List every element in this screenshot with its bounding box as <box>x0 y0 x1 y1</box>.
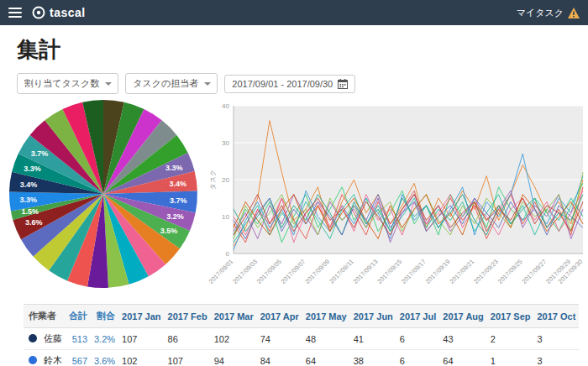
charts-row: 3.3%3.4%3.7%3.2%3.5%3.6%1.5%3.3%3.4%3.3%… <box>0 97 588 302</box>
ratio-link[interactable]: 3.6% <box>91 350 118 366</box>
my-tasks-link[interactable]: マイタスク <box>517 7 580 19</box>
month-value-cell: 41 <box>350 328 396 350</box>
total-link[interactable]: 513 <box>66 328 91 350</box>
month-col-header[interactable]: 2017 Mar <box>211 305 257 328</box>
month-value-cell: 43 <box>439 328 487 350</box>
month-value-cell: 38 <box>350 350 396 366</box>
month-col-header[interactable]: 2017 Oct <box>533 305 579 328</box>
month-value-cell: 6 <box>396 350 439 366</box>
x-tick-label: 2017/09/23 <box>472 258 500 285</box>
x-tick-label: 2017/09/03 <box>231 258 259 285</box>
month-value-cell: 64 <box>439 350 487 366</box>
x-tick-label: 2017/09/05 <box>255 258 283 285</box>
tascal-logo-icon <box>32 6 45 19</box>
month-value-cell: 3 <box>533 350 579 366</box>
date-range-value: 2017/09/01 - 2017/09/30 <box>232 79 333 89</box>
month-value-cell: 3 <box>533 328 579 350</box>
my-tasks-label: マイタスク <box>517 7 564 19</box>
month-value-cell: 102 <box>118 350 164 366</box>
brand[interactable]: tascal <box>32 6 86 19</box>
month-value-cell: 6 <box>396 328 439 350</box>
y-tick-label: 0 <box>226 250 230 258</box>
worker-cell: 佐藤 <box>24 328 66 350</box>
table-row: 佐藤5133.2%1078610274484164323 <box>24 328 579 350</box>
x-tick-label: 2017/09/09 <box>303 258 331 285</box>
month-value-cell: 74 <box>257 328 302 350</box>
month-value-cell: 84 <box>257 350 302 366</box>
page-title: 集計 <box>17 35 588 65</box>
x-tick-label: 2017/09/17 <box>400 258 428 285</box>
pie-slice-label: 3.6% <box>25 218 43 227</box>
brand-label: tascal <box>50 6 86 19</box>
table-row: 鈴木5673.6%1021079484643866413 <box>24 350 579 366</box>
y-tick-label: 40 <box>222 102 229 110</box>
ratio-link[interactable]: 3.2% <box>91 328 118 350</box>
x-tick-label: 2017/09/07 <box>280 258 307 285</box>
table-header-row: 作業者 合計 割合 2017 Jan2017 Feb2017 Mar2017 A… <box>24 305 579 328</box>
pie-slice-label: 3.7% <box>170 196 187 205</box>
worker-color-dot <box>29 356 37 364</box>
month-col-header[interactable]: 2017 Apr <box>257 305 302 328</box>
warning-icon <box>568 8 580 18</box>
worker-name: 鈴木 <box>44 355 62 365</box>
line-chart: 010203040タスク2017/09/012017/09/032017/09/… <box>207 97 588 302</box>
month-value-cell: 94 <box>211 350 257 366</box>
filter-bar: 割り当てタスク数 タスクの担当者 2017/09/01 - 2017/09/30 <box>17 73 588 94</box>
chevron-down-icon <box>204 82 211 86</box>
y-tick-label: 10 <box>222 213 229 221</box>
total-link[interactable]: 567 <box>66 350 91 366</box>
y-axis-title: タスク <box>209 170 217 191</box>
month-value-cell: 1 <box>487 350 534 366</box>
month-col-header[interactable]: 2017 Jan <box>118 305 164 328</box>
summary-table: 作業者 合計 割合 2017 Jan2017 Feb2017 Mar2017 A… <box>24 304 578 366</box>
navbar: tascal マイタスク <box>0 0 588 25</box>
pie-slice-label: 3.3% <box>19 196 37 204</box>
x-tick-label: 2017/09/25 <box>496 258 524 285</box>
month-col-header[interactable]: 2017 Aug <box>439 305 487 328</box>
x-tick-label: 2017/09/15 <box>375 258 403 285</box>
x-tick-label: 2017/09/27 <box>520 258 548 285</box>
worker-name: 佐藤 <box>44 333 62 343</box>
ratio-col-header[interactable]: 割合 <box>91 305 118 328</box>
pie-slice-label: 3.4% <box>169 180 186 188</box>
date-range-picker[interactable]: 2017/09/01 - 2017/09/30 <box>224 75 355 93</box>
pie-slice-label: 3.2% <box>166 212 184 221</box>
worker-col-header: 作業者 <box>24 305 66 328</box>
pie-slice-label: 3.5% <box>160 227 178 235</box>
assignee-select-value: タスクの担当者 <box>133 77 198 90</box>
x-tick-label: 2017/09/13 <box>352 258 380 285</box>
month-value-cell: 2 <box>487 328 534 350</box>
pie-slice-label: 3.4% <box>20 180 38 189</box>
month-col-header[interactable]: 2017 Jul <box>396 305 439 328</box>
x-tick-label: 2017/09/01 <box>207 258 235 285</box>
pie-slice-label: 3.7% <box>31 149 49 158</box>
worker-color-dot <box>29 334 37 342</box>
month-col-header[interactable]: 2017 Jun <box>350 305 396 328</box>
y-tick-label: 20 <box>222 176 229 184</box>
month-value-cell: 107 <box>118 328 164 350</box>
month-col-header[interactable]: 2017 Feb <box>165 305 211 328</box>
assignee-select[interactable]: タスクの担当者 <box>125 73 218 94</box>
pie-chart: 3.3%3.4%3.7%3.2%3.5%3.6%1.5%3.3%3.4%3.3%… <box>0 97 207 302</box>
worker-cell: 鈴木 <box>24 350 66 366</box>
task-count-select-value: 割り当てタスク数 <box>24 77 99 90</box>
pie-slice-label: 3.3% <box>165 164 183 172</box>
month-value-cell: 48 <box>302 328 350 350</box>
task-count-select[interactable]: 割り当てタスク数 <box>17 73 118 94</box>
y-tick-label: 30 <box>222 139 229 147</box>
x-tick-label: 2017/09/11 <box>328 258 355 285</box>
x-tick-label: 2017/09/19 <box>424 258 452 285</box>
month-value-cell: 107 <box>165 350 211 366</box>
month-value-cell: 86 <box>165 328 211 350</box>
month-col-header[interactable]: 2017 May <box>302 305 350 328</box>
month-col-header[interactable]: 2017 Sep <box>487 305 534 328</box>
x-tick-label: 2017/09/21 <box>448 258 475 285</box>
calendar-icon <box>338 79 348 89</box>
menu-button[interactable] <box>8 8 22 18</box>
month-value-cell: 102 <box>211 328 257 350</box>
total-col-header[interactable]: 合計 <box>66 305 91 328</box>
month-value-cell: 64 <box>302 350 350 366</box>
chevron-down-icon <box>105 82 112 86</box>
pie-slice-label: 3.3% <box>24 165 41 173</box>
